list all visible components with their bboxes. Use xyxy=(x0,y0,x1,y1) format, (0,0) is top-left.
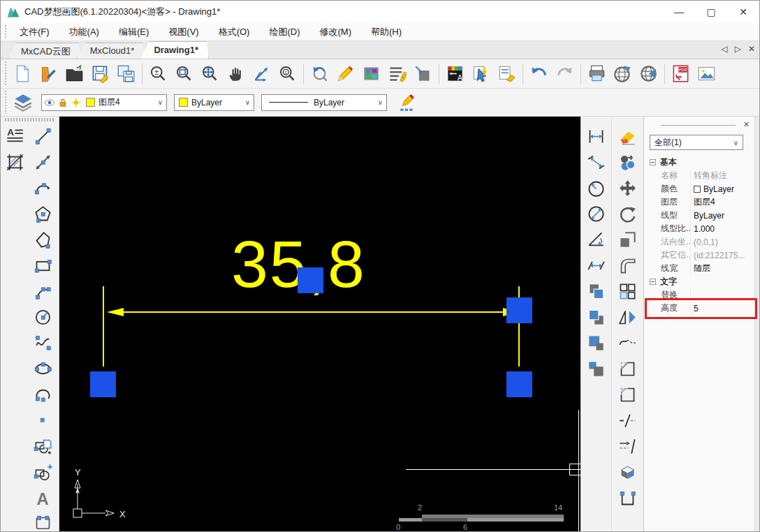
layerbar-drag-handle[interactable] xyxy=(3,91,7,114)
property-row-线型[interactable]: 线型ByLayer xyxy=(644,209,754,222)
menu-item-7[interactable]: 帮助(H) xyxy=(361,24,411,40)
block-insert-button[interactable] xyxy=(30,434,56,459)
line-button[interactable] xyxy=(30,124,56,149)
panel-scrollbar[interactable] xyxy=(754,117,759,531)
offset-button[interactable] xyxy=(615,253,641,279)
web-open-button[interactable] xyxy=(636,61,662,87)
dim-angular-button[interactable] xyxy=(583,227,609,253)
arc-start-button[interactable] xyxy=(30,175,56,201)
mtext-edit-button[interactable] xyxy=(384,61,410,87)
property-row-线型比...[interactable]: 线型比...1.000 xyxy=(644,222,754,235)
property-value[interactable]: 转角标注 xyxy=(690,169,754,182)
color-palette-button[interactable] xyxy=(358,61,384,87)
menu-item-2[interactable]: 编辑(E) xyxy=(109,24,159,40)
property-row-图层[interactable]: 图层图层4 xyxy=(644,195,754,209)
edit-spline-button[interactable] xyxy=(615,330,641,356)
menu-drag-handle[interactable] xyxy=(3,25,7,38)
box-3d-button[interactable] xyxy=(615,459,641,485)
grip-defpoint-right[interactable] xyxy=(506,371,532,397)
property-row-高度[interactable]: 高度5 xyxy=(644,302,754,315)
order-top-button[interactable] xyxy=(583,330,609,356)
ellipse-arc-button[interactable] xyxy=(30,382,56,408)
panel-drag-handle[interactable] xyxy=(661,125,736,126)
dim-baseline-button[interactable] xyxy=(583,253,609,279)
table-button[interactable] xyxy=(30,511,56,531)
block-create-button[interactable] xyxy=(30,459,56,485)
save-as-button[interactable] xyxy=(113,61,139,87)
mtext-tool-button[interactable]: A xyxy=(2,124,28,149)
tab-next-icon[interactable]: ▷ xyxy=(735,44,741,54)
rotate-button[interactable] xyxy=(615,201,641,227)
edit-polyline-button[interactable] xyxy=(615,485,641,511)
dim-linear-button[interactable] xyxy=(583,124,609,149)
pan-button[interactable] xyxy=(223,61,249,87)
property-value[interactable]: 1.000 xyxy=(690,222,754,235)
grip-defpoint-left[interactable] xyxy=(90,371,116,397)
tab-prev-icon[interactable]: ◁ xyxy=(721,44,727,54)
close-button[interactable]: ✕ xyxy=(727,1,759,23)
draw-toolbar-drag-handle[interactable] xyxy=(5,118,54,121)
quick-select-button[interactable] xyxy=(468,61,494,87)
chamfer-button[interactable] xyxy=(615,356,641,382)
grip-dimline-right[interactable] xyxy=(506,297,532,323)
property-value[interactable] xyxy=(690,288,754,302)
print-button[interactable] xyxy=(584,61,610,87)
zoom-previous-button[interactable] xyxy=(307,61,332,87)
property-value[interactable]: 图层4 xyxy=(690,195,754,209)
property-value[interactable]: 随层 xyxy=(690,262,754,275)
layer-select[interactable]: 图层4 ∨ xyxy=(41,94,167,111)
drawing-canvas[interactable]: 35,8 Y X xyxy=(59,117,580,531)
rectangle-button[interactable] xyxy=(30,253,56,279)
dimension-line[interactable] xyxy=(109,311,518,313)
tab-1[interactable]: MxCloud1* xyxy=(77,43,145,59)
toolbar-drag-handle[interactable] xyxy=(3,61,7,86)
extend-button[interactable] xyxy=(615,434,641,459)
dim-radius-button[interactable] xyxy=(583,175,609,201)
undo-button[interactable] xyxy=(526,61,552,87)
tree-collapse-icon[interactable] xyxy=(650,279,656,285)
dim-style-button[interactable]: A xyxy=(442,61,468,87)
insert-image-button[interactable] xyxy=(694,61,719,87)
spline-button[interactable] xyxy=(30,330,56,356)
selection-filter-select[interactable]: 全部(1) ∨ xyxy=(650,135,743,150)
minimize-button[interactable]: — xyxy=(663,1,695,23)
menu-item-4[interactable]: 格式(O) xyxy=(209,24,260,40)
text-single-button[interactable]: A xyxy=(30,485,56,511)
insert-gray-button[interactable] xyxy=(410,61,436,87)
draw-settings-button[interactable] xyxy=(394,89,420,116)
polygon-filled-button[interactable] xyxy=(30,201,56,227)
erase-button[interactable] xyxy=(615,124,641,149)
new-file-button[interactable] xyxy=(10,61,36,87)
fillet-button[interactable] xyxy=(615,382,641,408)
point-button[interactable] xyxy=(30,408,56,434)
property-value[interactable]: 5 xyxy=(690,302,754,315)
open-file-button[interactable] xyxy=(61,61,87,87)
order-front-button[interactable] xyxy=(583,279,609,304)
property-row-替换[interactable]: 替换 xyxy=(644,288,754,302)
tree-collapse-icon[interactable] xyxy=(650,159,656,165)
maximize-button[interactable]: ▢ xyxy=(695,1,727,23)
move-button[interactable] xyxy=(615,175,641,201)
property-value[interactable]: (0,0,1) xyxy=(690,235,754,249)
xline-button[interactable] xyxy=(30,149,56,175)
draw-pencil-button[interactable] xyxy=(332,61,358,87)
menu-item-0[interactable]: 文件(F) xyxy=(10,24,59,40)
scale-button[interactable] xyxy=(615,227,641,253)
array-button[interactable] xyxy=(615,279,641,304)
export-pdf-button[interactable]: PDF xyxy=(668,61,694,87)
property-row-名称[interactable]: 名称转角标注 xyxy=(644,169,754,182)
property-row-线宽[interactable]: 线宽随层 xyxy=(644,262,754,275)
zoom-dynamic-button[interactable]: ± xyxy=(145,61,171,87)
property-row-其它信...[interactable]: 其它信...(id:2122175... xyxy=(644,249,754,262)
redo-button[interactable] xyxy=(552,61,578,87)
linetype-select[interactable]: ByLayer ∨ xyxy=(261,94,387,111)
arc-3pt-button[interactable] xyxy=(30,279,56,304)
property-value[interactable]: ByLayer xyxy=(690,209,754,222)
layer-manager-button[interactable] xyxy=(10,89,36,116)
menu-item-3[interactable]: 视图(V) xyxy=(159,24,208,40)
web-publish-button[interactable] xyxy=(610,61,636,87)
save-button[interactable] xyxy=(87,61,113,87)
panel-close-icon[interactable]: ✕ xyxy=(743,120,750,129)
order-back-button[interactable] xyxy=(583,304,609,330)
zoom-center-button[interactable]: c xyxy=(275,61,300,87)
